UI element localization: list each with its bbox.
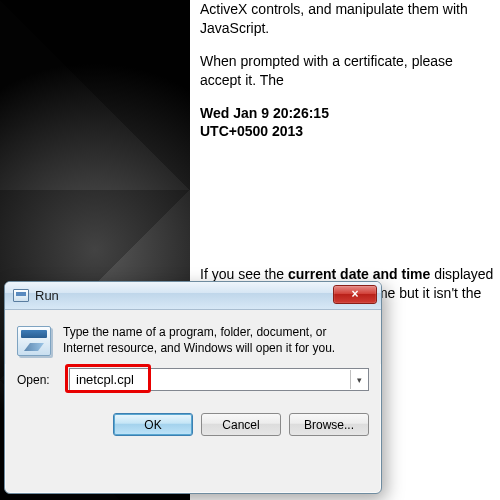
run-program-icon (17, 326, 51, 356)
cancel-button[interactable]: Cancel (201, 413, 281, 436)
window-title: Run (35, 288, 59, 303)
open-label: Open: (17, 373, 59, 387)
intro-text: ActiveX controls, and manipulate them wi… (200, 0, 494, 38)
ok-button[interactable]: OK (113, 413, 193, 436)
run-instruction-text: Type the name of a program, folder, docu… (63, 324, 369, 356)
current-datetime: Wed Jan 9 20:26:15 UTC+0500 2013 (200, 104, 494, 142)
dialog-button-row: OK Cancel Browse... (5, 393, 381, 448)
prompt-text: When prompted with a certificate, please… (200, 52, 494, 90)
run-dialog: Run × Type the name of a program, folder… (4, 281, 382, 494)
open-input[interactable] (69, 368, 369, 391)
titlebar[interactable]: Run × (5, 282, 381, 310)
chevron-down-icon[interactable]: ▾ (350, 370, 367, 389)
close-button[interactable]: × (333, 285, 377, 304)
browse-button[interactable]: Browse... (289, 413, 369, 436)
open-combobox[interactable]: ▾ (69, 368, 369, 391)
run-title-icon (13, 289, 29, 302)
